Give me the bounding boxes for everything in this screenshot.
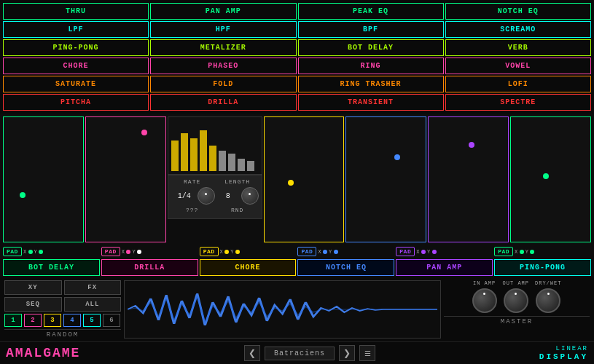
seq-bar xyxy=(190,138,198,172)
brand-display: LINEAR DISPLAY xyxy=(539,345,588,361)
slot-btn-ping-pong[interactable]: PING-PONG xyxy=(494,259,591,276)
pad-dot xyxy=(394,154,400,160)
x-label-4: X xyxy=(416,249,420,255)
pad-dot xyxy=(469,142,474,148)
pad-word-1[interactable]: PAD xyxy=(101,247,120,256)
fx-btn-notch-eq[interactable]: NOTCH EQ xyxy=(445,3,591,20)
num-btn-2[interactable]: 2 xyxy=(24,314,42,327)
slot-btn-notch-eq[interactable]: NOTCH EQ xyxy=(297,259,394,276)
fx-btn-hpf[interactable]: HPF xyxy=(150,21,296,38)
seq-bar xyxy=(200,130,207,171)
pad-container-2 xyxy=(264,116,345,242)
pad-display-5[interactable] xyxy=(510,116,591,242)
master-knobs: IN AMP OUT AMP DRY/WET xyxy=(444,280,590,313)
dot2-2 xyxy=(235,250,240,254)
rate-knob[interactable] xyxy=(198,187,215,205)
random-label: RANDOM xyxy=(4,329,121,339)
num-btn-1[interactable]: 1 xyxy=(4,314,22,327)
fx-btn-spectre[interactable]: SPECTRE xyxy=(445,94,591,111)
xy-button[interactable]: XY xyxy=(4,280,62,295)
pad-label-group-5: PAD X Y xyxy=(494,245,591,258)
length-value: 8 xyxy=(215,192,241,200)
pad-word-3[interactable]: PAD xyxy=(297,247,316,256)
pad-label-group-0: PAD X Y xyxy=(3,245,100,258)
pad-word-0[interactable]: PAD xyxy=(3,247,22,256)
in-amp-knob[interactable] xyxy=(472,288,497,313)
y-label-2: Y xyxy=(230,249,234,255)
pad-dot xyxy=(141,130,147,135)
seq-bar xyxy=(181,133,188,172)
fx-btn-peak-eq[interactable]: PEAK EQ xyxy=(298,3,444,20)
fx-btn-vowel[interactable]: VOWEL xyxy=(445,58,591,74)
pad-word-5[interactable]: PAD xyxy=(494,247,513,256)
slot-btn-bot-delay[interactable]: BOT DELAY xyxy=(3,259,100,276)
num-btn-6[interactable]: 6 xyxy=(103,314,120,327)
fx-button-grid: THRUPAN AMPPEAK EQNOTCH EQLPFHPFBPFSCREA… xyxy=(0,0,594,114)
seq-bottom-left: ??? xyxy=(171,207,214,213)
seq-bar xyxy=(219,151,226,171)
num-btn-4[interactable]: 4 xyxy=(63,314,81,327)
dry-wet-knob[interactable] xyxy=(536,288,560,313)
fx-btn-pan-amp[interactable]: PAN AMP xyxy=(150,3,296,20)
dot1-2 xyxy=(224,250,229,254)
slot-btn-pan-amp[interactable]: PAN AMP xyxy=(396,259,493,276)
out-amp-group: OUT AMP xyxy=(503,280,529,313)
fx-btn-transient[interactable]: TRANSIENT xyxy=(298,94,444,111)
slot-btn-chore[interactable]: CHORE xyxy=(200,259,297,276)
dot1-3 xyxy=(323,250,327,254)
fx-btn-chore[interactable]: CHORE xyxy=(3,58,149,74)
pads-section: RATE LENGTH 1/4 8 ??? RND xyxy=(0,114,594,245)
fx-btn-bpf[interactable]: BPF xyxy=(298,21,444,38)
pad-display-4[interactable] xyxy=(428,116,509,242)
fx-btn-screamo[interactable]: SCREAMO xyxy=(445,21,591,38)
pad-display-0[interactable] xyxy=(3,116,84,242)
num-btn-3[interactable]: 3 xyxy=(44,314,61,327)
pad-label-group-1: PAD X Y xyxy=(101,245,198,258)
pad-word-2[interactable]: PAD xyxy=(200,247,219,256)
pad-container-1 xyxy=(85,116,166,242)
num-btn-5[interactable]: 5 xyxy=(83,314,101,327)
dot1-0 xyxy=(28,250,33,254)
fx-btn-fold[interactable]: FOLD xyxy=(150,76,296,92)
next-preset-button[interactable]: ❯ xyxy=(339,345,355,361)
slot-btn-drilla[interactable]: DRILLA xyxy=(101,259,198,276)
seq-button[interactable]: SEQ xyxy=(4,297,62,312)
y-label-3: Y xyxy=(329,249,332,255)
pad-display-2[interactable] xyxy=(264,116,345,242)
fx-btn-verb[interactable]: VERB xyxy=(445,39,591,56)
pad-label-group-3: PAD X Y xyxy=(297,245,394,258)
fx-btn-ring-trasher[interactable]: RING TRASHER xyxy=(298,76,444,92)
pad-display-3[interactable] xyxy=(345,116,426,242)
pad-display-1[interactable] xyxy=(85,116,166,242)
out-amp-knob[interactable] xyxy=(504,288,528,313)
fx-btn-metalizer[interactable]: METALIZER xyxy=(150,39,296,56)
all-button[interactable]: ALL xyxy=(64,297,122,312)
fx-btn-ping-pong[interactable]: PING-PONG xyxy=(3,39,149,56)
pad-word-4[interactable]: PAD xyxy=(396,247,415,256)
x-label-3: X xyxy=(318,249,321,255)
brand-top: LINEAR xyxy=(556,345,588,352)
length-label: LENGTH xyxy=(216,178,259,185)
dry-wet-label: DRY/WET xyxy=(535,280,561,286)
length-knob[interactable] xyxy=(241,187,259,205)
fx-btn-bot-delay[interactable]: BOT DELAY xyxy=(298,39,444,56)
seq-bar xyxy=(247,161,254,171)
fx-btn-thru[interactable]: THRU xyxy=(3,3,149,20)
fx-btn-ring[interactable]: RING xyxy=(298,58,444,74)
prev-preset-button[interactable]: ❮ xyxy=(244,345,260,361)
fx-btn-phaseo[interactable]: PHASEO xyxy=(150,58,296,74)
dot1-4 xyxy=(421,250,426,254)
fx-btn-saturate[interactable]: SATURATE xyxy=(3,76,149,92)
seq-bar xyxy=(209,146,216,171)
pad-container-3 xyxy=(345,116,426,242)
brand-bottom: DISPLAY xyxy=(539,352,588,361)
fx-btn-lofi[interactable]: LOFI xyxy=(445,76,591,92)
footer: AMALGAME ❮ Batraciens ❯ ☰ LINEAR DISPLAY xyxy=(0,341,594,364)
fx-btn-lpf[interactable]: LPF xyxy=(3,21,149,38)
seq-bar xyxy=(171,141,179,171)
fx-btn-drilla[interactable]: DRILLA xyxy=(150,94,296,111)
fx-btn-pitcha[interactable]: PITCHA xyxy=(3,94,149,111)
fx-button[interactable]: FX xyxy=(64,280,122,295)
num-buttons-row: 123456 xyxy=(4,314,121,327)
menu-button[interactable]: ☰ xyxy=(359,345,375,361)
